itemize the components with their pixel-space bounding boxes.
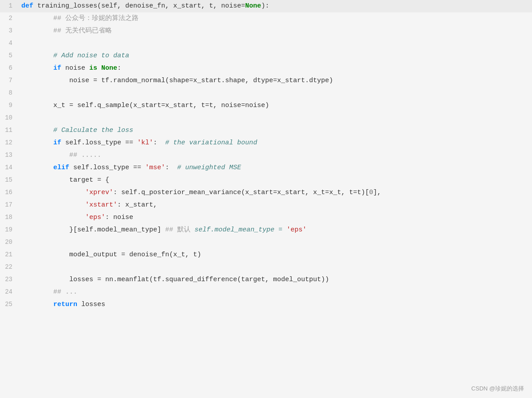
line-number: 20 bbox=[0, 236, 18, 249]
watermark: CSDN @珍妮的选择 bbox=[471, 385, 524, 393]
line-code: 'xprev': self.q_posterior_mean_variance(… bbox=[18, 187, 532, 199]
table-row: 1def training_losses(self, denoise_fn, x… bbox=[0, 0, 532, 12]
line-code: target = { bbox=[18, 174, 532, 187]
line-number: 23 bbox=[0, 274, 18, 286]
line-code: elif self.loss_type == 'mse': # unweight… bbox=[18, 162, 532, 174]
line-number: 3 bbox=[0, 25, 18, 37]
table-row: 4 bbox=[0, 37, 532, 50]
line-number: 24 bbox=[0, 286, 18, 298]
line-number: 21 bbox=[0, 249, 18, 261]
table-row: 19 }[self.model_mean_type] ## 默认 self.mo… bbox=[0, 224, 532, 236]
table-row: 23 losses = nn.meanflat(tf.squared_diffe… bbox=[0, 274, 532, 286]
line-number: 11 bbox=[0, 124, 18, 137]
table-row: 16 'xprev': self.q_posterior_mean_varian… bbox=[0, 187, 532, 199]
line-code: ## ... bbox=[18, 286, 532, 298]
line-code: model_output = denoise_fn(x_t, t) bbox=[18, 249, 532, 261]
table-row: 9 x_t = self.q_sample(x_start=x_start, t… bbox=[0, 100, 532, 112]
line-code: losses = nn.meanflat(tf.squared_differen… bbox=[18, 274, 532, 286]
line-number: 9 bbox=[0, 100, 18, 112]
table-row: 20 bbox=[0, 236, 532, 249]
line-number: 18 bbox=[0, 211, 18, 224]
line-code: # Calculate the loss bbox=[18, 124, 532, 137]
line-code bbox=[18, 261, 532, 274]
table-row: 8 bbox=[0, 87, 532, 100]
table-row: 14 elif self.loss_type == 'mse': # unwei… bbox=[0, 162, 532, 174]
line-code bbox=[18, 37, 532, 50]
line-number: 14 bbox=[0, 162, 18, 174]
line-code: }[self.model_mean_type] ## 默认 self.model… bbox=[18, 224, 532, 236]
line-code: return losses bbox=[18, 298, 532, 311]
table-row: 10 bbox=[0, 112, 532, 124]
line-number: 6 bbox=[0, 62, 18, 75]
table-row: 13 ## ..... bbox=[0, 149, 532, 162]
line-code: noise = tf.random_normal(shape=x_start.s… bbox=[18, 75, 532, 87]
line-number: 7 bbox=[0, 75, 18, 87]
table-row: 22 bbox=[0, 261, 532, 274]
line-code: if self.loss_type == 'kl': # the variati… bbox=[18, 137, 532, 149]
table-row: 24 ## ... bbox=[0, 286, 532, 298]
line-code bbox=[18, 112, 532, 124]
code-container: 1def training_losses(self, denoise_fn, x… bbox=[0, 0, 532, 398]
table-row: 11 # Calculate the loss bbox=[0, 124, 532, 137]
line-number: 1 bbox=[0, 0, 18, 12]
table-row: 7 noise = tf.random_normal(shape=x_start… bbox=[0, 75, 532, 87]
table-row: 15 target = { bbox=[0, 174, 532, 187]
table-row: 6 if noise is None: bbox=[0, 62, 532, 75]
line-number: 22 bbox=[0, 261, 18, 274]
line-number: 16 bbox=[0, 187, 18, 199]
line-number: 12 bbox=[0, 137, 18, 149]
line-number: 10 bbox=[0, 112, 18, 124]
line-code: x_t = self.q_sample(x_start=x_start, t=t… bbox=[18, 100, 532, 112]
table-row: 18 'eps': noise bbox=[0, 211, 532, 224]
line-code bbox=[18, 236, 532, 249]
line-number: 2 bbox=[0, 12, 18, 25]
table-row: 12 if self.loss_type == 'kl': # the vari… bbox=[0, 137, 532, 149]
line-code: ## 公众号：珍妮的算法之路 bbox=[18, 12, 532, 25]
line-code: def training_losses(self, denoise_fn, x_… bbox=[18, 0, 532, 12]
line-code: 'xstart': x_start, bbox=[18, 199, 532, 211]
line-number: 4 bbox=[0, 37, 18, 50]
table-row: 3 ## 无关代码已省略 bbox=[0, 25, 532, 37]
line-code: # Add noise to data bbox=[18, 50, 532, 62]
table-row: 5 # Add noise to data bbox=[0, 50, 532, 62]
line-number: 25 bbox=[0, 298, 18, 311]
table-row: 2 ## 公众号：珍妮的算法之路 bbox=[0, 12, 532, 25]
line-code bbox=[18, 87, 532, 100]
table-row: 21 model_output = denoise_fn(x_t, t) bbox=[0, 249, 532, 261]
line-number: 5 bbox=[0, 50, 18, 62]
line-code: ## ..... bbox=[18, 149, 532, 162]
line-number: 15 bbox=[0, 174, 18, 187]
table-row: 17 'xstart': x_start, bbox=[0, 199, 532, 211]
line-number: 19 bbox=[0, 224, 18, 236]
line-number: 8 bbox=[0, 87, 18, 100]
line-number: 17 bbox=[0, 199, 18, 211]
code-table: 1def training_losses(self, denoise_fn, x… bbox=[0, 0, 532, 311]
line-code: ## 无关代码已省略 bbox=[18, 25, 532, 37]
table-row: 25 return losses bbox=[0, 298, 532, 311]
line-code: if noise is None: bbox=[18, 62, 532, 75]
line-code: 'eps': noise bbox=[18, 211, 532, 224]
line-number: 13 bbox=[0, 149, 18, 162]
